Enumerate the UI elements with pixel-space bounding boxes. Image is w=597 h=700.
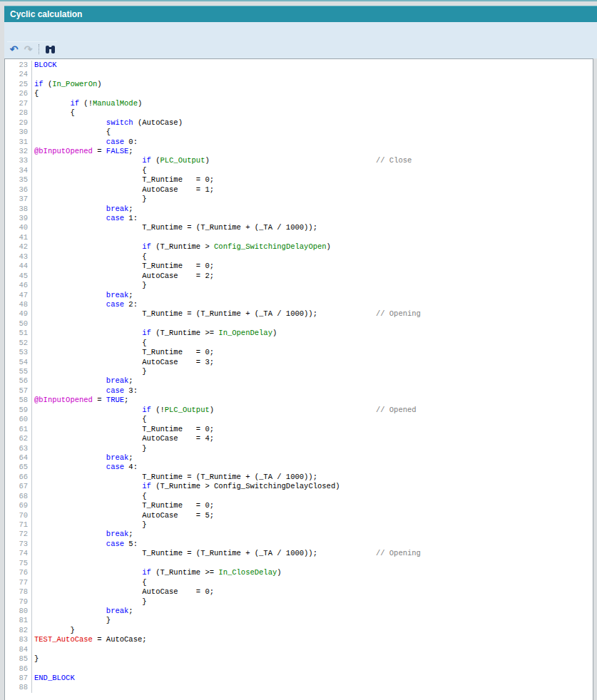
code-text: } <box>32 597 147 607</box>
line-number: 71 <box>5 520 32 530</box>
code-line: 27 if (!ManualMode) <box>5 99 593 108</box>
code-text: if (!ManualMode) <box>32 99 142 108</box>
code-text: { <box>32 339 147 348</box>
line-number: 35 <box>5 175 32 185</box>
code-line: 72 break; <box>5 530 593 539</box>
line-number: 58 <box>5 396 32 405</box>
code-line: 52 { <box>5 339 593 348</box>
code-line: 65 case 4: <box>5 463 593 472</box>
code-line: 69 T_Runtime = 0; <box>5 501 593 510</box>
code-text: switch (AutoCase) <box>32 118 183 128</box>
code-text: } <box>32 444 147 453</box>
code-text: BLOCK <box>32 61 57 70</box>
code-line: 60 { <box>5 415 593 424</box>
line-number: 47 <box>5 291 32 300</box>
code-line: 53 T_Runtime = 0; <box>5 348 593 357</box>
code-text: } <box>32 654 39 664</box>
code-text <box>32 683 34 692</box>
code-line: 33 if (PLC_Output) // Close <box>5 156 593 165</box>
code-line: 25if (In_PowerOn) <box>5 80 593 89</box>
line-number: 64 <box>5 453 32 463</box>
line-number: 65 <box>5 463 32 472</box>
find-button[interactable] <box>44 43 57 56</box>
code-text: { <box>32 128 111 137</box>
code-line: 46 } <box>5 281 593 290</box>
code-editor[interactable]: 23BLOCK2425if (In_PowerOn)26{27 if (!Man… <box>4 58 593 700</box>
code-line: 88 <box>5 683 593 692</box>
code-line: 67 if (T_Runtime > Config_SwitchingDelay… <box>5 482 593 491</box>
code-text: if (T_Runtime > Config_SwitchingDelayClo… <box>32 482 340 491</box>
code-line: 34 { <box>5 166 593 175</box>
line-number: 48 <box>5 300 32 309</box>
code-text: } <box>32 281 147 290</box>
line-number: 37 <box>5 195 32 204</box>
line-number: 39 <box>5 214 32 223</box>
line-number: 55 <box>5 367 32 376</box>
code-text: T_Runtime = (T_Runtime + (_TA / 1000)); <box>32 473 317 482</box>
line-number: 27 <box>5 99 32 108</box>
code-line: 41 <box>5 233 593 242</box>
code-text: } <box>32 367 147 376</box>
undo-button[interactable]: ↶ <box>7 43 21 56</box>
code-text: } <box>32 195 147 204</box>
line-number: 50 <box>5 319 32 329</box>
code-line: 80 break; <box>5 607 593 616</box>
code-text: case 4: <box>32 463 138 472</box>
code-line: 58@bInputOpened = TRUE; <box>5 396 593 405</box>
redo-button[interactable]: ↷ <box>21 43 35 56</box>
line-number: 81 <box>5 616 32 625</box>
code-line: 57 case 3: <box>5 386 593 396</box>
line-number: 83 <box>5 635 32 644</box>
code-text: if (T_Runtime >= In_OpenDelay) <box>32 329 277 338</box>
code-line: 50 <box>5 319 593 329</box>
line-number: 70 <box>5 511 32 520</box>
line-number: 84 <box>5 645 32 654</box>
code-line: 51 if (T_Runtime >= In_OpenDelay) <box>5 329 593 338</box>
line-number: 78 <box>5 587 32 597</box>
line-number: 57 <box>5 386 32 396</box>
code-text: T_Runtime = 0; <box>32 348 214 357</box>
code-text: AutoCase = 3; <box>32 358 214 367</box>
code-line: 32@bInputOpened = FALSE; <box>5 147 593 156</box>
application-window: Cyclic calculation ↶ ↷ 23BLOCK2425if (In… <box>0 0 597 700</box>
code-text: { <box>32 166 147 175</box>
code-text: @bInputOpened = FALSE; <box>32 147 133 156</box>
line-number: 82 <box>5 626 32 635</box>
code-line: 77 { <box>5 578 593 587</box>
code-line: 79 } <box>5 597 593 607</box>
line-number: 40 <box>5 223 32 232</box>
line-number: 75 <box>5 559 32 568</box>
toolbar-panel: ↶ ↷ <box>4 22 597 58</box>
code-line: 28 { <box>5 108 593 118</box>
line-number: 26 <box>5 89 32 98</box>
code-line: 36 AutoCase = 1; <box>5 185 593 195</box>
line-number: 28 <box>5 108 32 118</box>
code-line: 85} <box>5 654 593 664</box>
code-text: { <box>32 108 75 118</box>
code-text: T_Runtime = (T_Runtime + (_TA / 1000)); … <box>32 549 421 558</box>
code-text: break; <box>32 607 133 616</box>
code-text: T_Runtime = (T_Runtime + (_TA / 1000)); … <box>32 309 421 319</box>
line-number: 86 <box>5 664 32 674</box>
window-top-border <box>0 0 597 1</box>
code-line: 86 <box>5 664 593 674</box>
code-text: T_Runtime = 0; <box>32 425 214 434</box>
line-number: 87 <box>5 674 32 683</box>
code-line: 70 AutoCase = 5; <box>5 511 593 520</box>
line-number: 79 <box>5 597 32 607</box>
code-line: 37 } <box>5 195 593 204</box>
code-line: 82 } <box>5 626 593 635</box>
code-line: 23BLOCK <box>5 61 593 70</box>
line-number: 53 <box>5 348 32 357</box>
code-text: if (!PLC_Output) // Opened <box>32 406 417 415</box>
code-line: 24 <box>5 70 593 79</box>
window-titlebar: Cyclic calculation <box>4 6 597 22</box>
line-number: 25 <box>5 80 32 89</box>
line-number: 46 <box>5 281 32 290</box>
code-text: break; <box>32 205 133 214</box>
line-number: 54 <box>5 358 32 367</box>
code-text: AutoCase = 5; <box>32 511 214 520</box>
code-text: T_Runtime = 0; <box>32 501 214 510</box>
code-line: 81 } <box>5 616 593 625</box>
line-number: 41 <box>5 233 32 242</box>
